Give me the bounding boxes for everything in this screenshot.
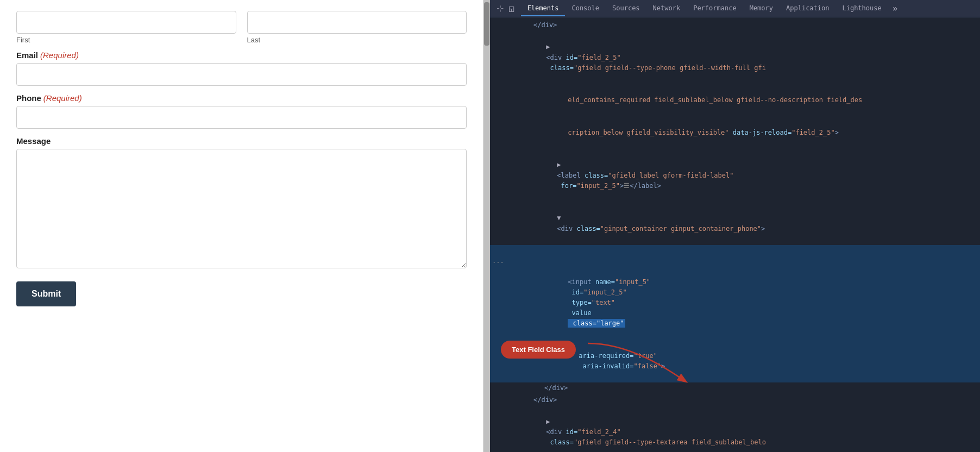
scrollbar[interactable] xyxy=(483,0,490,452)
email-label: Email(Required) xyxy=(16,51,467,60)
code-line: </div> xyxy=(490,20,980,31)
tab-console[interactable]: Console xyxy=(565,1,606,16)
code-line: ▶ <div id="field_2_5" class="gfield gfie… xyxy=(490,31,980,84)
class-highlight: class="large" xyxy=(568,319,625,328)
devtools-code-view: </div> ▶ <div id="field_2_5" class="gfie… xyxy=(490,17,980,452)
form-panel: First Last Email(Required) Phone(Require… xyxy=(0,0,483,452)
last-name-field: Last xyxy=(247,11,467,44)
devtools-panel: ⊹ ◱ Elements Console Sources Network Per… xyxy=(490,0,980,452)
tab-network[interactable]: Network xyxy=(646,1,687,16)
tab-application[interactable]: Application xyxy=(780,1,835,16)
email-required: (Required) xyxy=(40,51,79,60)
first-name-field: First xyxy=(16,11,236,44)
tab-performance[interactable]: Performance xyxy=(687,1,743,16)
message-textarea[interactable] xyxy=(16,149,467,268)
tab-elements[interactable]: Elements xyxy=(521,1,566,16)
phone-field-group: Phone(Required) xyxy=(16,93,467,129)
scrollbar-thumb[interactable] xyxy=(484,2,489,46)
code-line: eld_contains_required field_sublabel_bel… xyxy=(490,84,980,117)
message-field-group: Message xyxy=(16,136,467,268)
text-field-class-annotation: Text Field Class xyxy=(501,341,576,359)
last-name-label: Last xyxy=(247,36,467,44)
phone-required: (Required) xyxy=(43,93,82,103)
email-input[interactable] xyxy=(16,63,467,86)
submit-button[interactable]: Submit xyxy=(16,281,76,306)
name-row: First Last xyxy=(16,11,467,44)
code-line: ▶ <label class="gfield_label gform-field… xyxy=(490,149,980,202)
code-line: </div> xyxy=(490,382,980,394)
last-name-input[interactable] xyxy=(247,11,467,34)
message-label: Message xyxy=(16,136,467,146)
text-field-class-bubble: Text Field Class xyxy=(501,341,576,359)
arrow-svg xyxy=(588,338,696,392)
cursor-icon[interactable]: ⊹ xyxy=(494,2,506,15)
phone-label: Phone(Required) xyxy=(16,93,467,103)
more-tabs-button[interactable]: » xyxy=(888,3,902,14)
phone-input[interactable] xyxy=(16,106,467,129)
first-name-label: First xyxy=(16,36,236,44)
code-line: ▼ <div class="ginput_container ginput_co… xyxy=(490,202,980,245)
tab-lighthouse[interactable]: Lighthouse xyxy=(836,1,888,16)
inspect-icon[interactable]: ◱ xyxy=(507,2,517,15)
tab-memory[interactable]: Memory xyxy=(743,1,780,16)
code-line-highlighted: ... <input name="input_5" id="input_2_5"… xyxy=(490,245,980,340)
code-line: ▶ <div id="field_2_4" class="gfield gfie… xyxy=(490,406,980,452)
three-dots-icon: ... xyxy=(492,256,504,266)
email-field-group: Email(Required) xyxy=(16,51,467,86)
code-line: cription_below gfield_visibility_visible… xyxy=(490,117,980,149)
tab-sources[interactable]: Sources xyxy=(606,1,646,16)
code-line: </div> xyxy=(490,394,980,406)
first-name-input[interactable] xyxy=(16,11,236,34)
devtools-tabs: ⊹ ◱ Elements Console Sources Network Per… xyxy=(490,0,980,17)
